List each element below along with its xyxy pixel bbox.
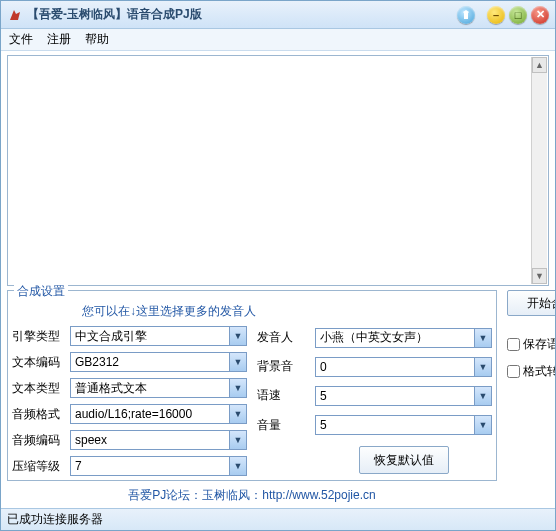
window-title: 【吾爱-玉树临风】语音合成PJ版 <box>27 6 453 23</box>
label-encoding: 文本编码 <box>12 354 66 371</box>
label-speaker: 发音人 <box>257 329 311 346</box>
encoding-select[interactable]: ▼ <box>70 352 247 372</box>
menu-help[interactable]: 帮助 <box>85 31 109 48</box>
lower-panel: 合成设置 您可以在↓这里选择更多的发音人 引擎类型 ▼ 文本编码 ▼ 文本类型 … <box>7 290 549 506</box>
chevron-down-icon[interactable]: ▼ <box>229 327 246 345</box>
label-volume: 音量 <box>257 417 311 434</box>
app-icon <box>7 7 23 23</box>
engine-select[interactable]: ▼ <box>70 326 247 346</box>
side-column: 开始合成 保存语音文件 格式转换工具 <box>505 290 555 410</box>
group-title: 合成设置 <box>14 283 68 300</box>
label-audioenc: 音频编码 <box>12 432 66 449</box>
menu-file[interactable]: 文件 <box>9 31 33 48</box>
scroll-track[interactable] <box>532 73 547 268</box>
minimize-button[interactable]: – <box>487 6 505 24</box>
volume-select[interactable]: ▼ <box>315 415 492 435</box>
chevron-down-icon[interactable]: ▼ <box>474 358 491 376</box>
scroll-down-icon[interactable]: ▼ <box>532 268 547 284</box>
texttype-select[interactable]: ▼ <box>70 378 247 398</box>
format-convert-checkbox[interactable] <box>507 365 520 378</box>
bgm-select[interactable]: ▼ <box>315 357 492 377</box>
label-texttype: 文本类型 <box>12 380 66 397</box>
status-text: 已成功连接服务器 <box>7 511 103 528</box>
start-synth-button[interactable]: 开始合成 <box>507 290 555 316</box>
audiofmt-select[interactable]: ▼ <box>70 404 247 424</box>
save-audio-check[interactable]: 保存语音文件 <box>507 336 555 353</box>
content: ▲ ▼ 合成设置 您可以在↓这里选择更多的发音人 引擎类型 ▼ 文本编码 <box>1 51 555 508</box>
speaker-select[interactable]: ▼ <box>315 328 492 348</box>
chevron-down-icon[interactable]: ▼ <box>474 387 491 405</box>
skin-button[interactable] <box>457 6 475 24</box>
scrollbar[interactable]: ▲ ▼ <box>531 57 547 284</box>
chevron-down-icon[interactable]: ▼ <box>474 416 491 434</box>
chevron-down-icon[interactable]: ▼ <box>229 353 246 371</box>
speed-select[interactable]: ▼ <box>315 386 492 406</box>
titlebar: 【吾爱-玉树临风】语音合成PJ版 – □ ✕ <box>1 1 555 29</box>
label-bgm: 背景音 <box>257 358 311 375</box>
chevron-down-icon[interactable]: ▼ <box>474 329 491 347</box>
chevron-down-icon[interactable]: ▼ <box>229 457 246 475</box>
format-convert-check[interactable]: 格式转换工具 <box>507 363 555 380</box>
compress-select[interactable]: ▼ <box>70 456 247 476</box>
statusbar: 已成功连接服务器 <box>1 508 555 530</box>
footer-link[interactable]: 吾爱PJ论坛：玉树临风：http://www.52pojie.cn <box>7 481 497 506</box>
tip-text: 您可以在↓这里选择更多的发音人 <box>12 301 492 326</box>
chevron-down-icon[interactable]: ▼ <box>229 405 246 423</box>
text-input-area[interactable]: ▲ ▼ <box>7 55 549 286</box>
label-engine: 引擎类型 <box>12 328 66 345</box>
save-audio-checkbox[interactable] <box>507 338 520 351</box>
audioenc-select[interactable]: ▼ <box>70 430 247 450</box>
chevron-down-icon[interactable]: ▼ <box>229 431 246 449</box>
label-audiofmt: 音频格式 <box>12 406 66 423</box>
restore-defaults-button[interactable]: 恢复默认值 <box>359 446 449 474</box>
synth-settings-group: 合成设置 您可以在↓这里选择更多的发音人 引擎类型 ▼ 文本编码 ▼ 文本类型 … <box>7 290 497 481</box>
maximize-button[interactable]: □ <box>509 6 527 24</box>
label-speed: 语速 <box>257 387 311 404</box>
menubar: 文件 注册 帮助 <box>1 29 555 51</box>
chevron-down-icon[interactable]: ▼ <box>229 379 246 397</box>
app-window: 【吾爱-玉树临风】语音合成PJ版 – □ ✕ 文件 注册 帮助 ▲ ▼ 合成设置 <box>0 0 556 531</box>
scroll-up-icon[interactable]: ▲ <box>532 57 547 73</box>
close-button[interactable]: ✕ <box>531 6 549 24</box>
menu-register[interactable]: 注册 <box>47 31 71 48</box>
label-compress: 压缩等级 <box>12 458 66 475</box>
